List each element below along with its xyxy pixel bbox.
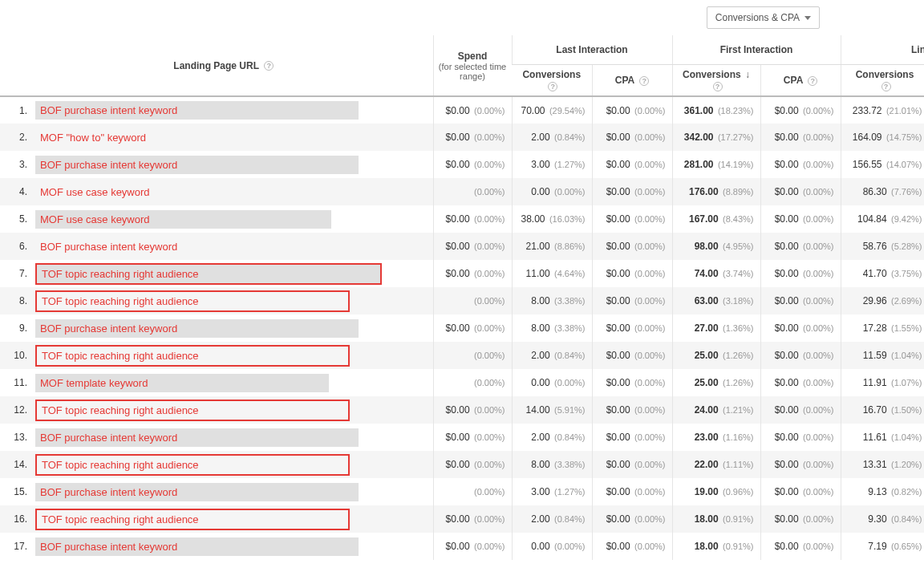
table-row[interactable]: 14.TOF topic reaching right audience$0.0… bbox=[0, 451, 924, 478]
help-icon[interactable]: ? bbox=[548, 82, 557, 91]
table-row[interactable]: 16.TOF topic reaching right audience$0.0… bbox=[0, 505, 924, 533]
landing-page-cell[interactable]: TOF topic reaching right audience bbox=[32, 287, 433, 314]
landing-page-label: BOF purchase intent keyword bbox=[35, 321, 182, 336]
linear-conv-cell: 11.91 (1.07%) bbox=[841, 369, 924, 396]
landing-page-cell[interactable]: TOF topic reaching right audience bbox=[32, 451, 433, 478]
spend-cell: (0.00%) bbox=[433, 178, 512, 205]
landing-page-cell[interactable]: BOF purchase intent keyword bbox=[32, 478, 433, 505]
fi-cpa-cell: $0.00 (0.00%) bbox=[760, 260, 841, 287]
fi-conv-cell: 74.00 (3.74%) bbox=[672, 260, 760, 287]
linear-conv-cell: 164.09 (14.75%) bbox=[841, 124, 924, 151]
table-row[interactable]: 17.BOF purchase intent keyword$0.00 (0.0… bbox=[0, 533, 924, 560]
linear-conv-cell: 11.59 (1.04%) bbox=[841, 342, 924, 369]
landing-page-cell[interactable]: MOF use case keyword bbox=[32, 178, 433, 205]
table-row[interactable]: 4.MOF use case keyword (0.00%)0.00 (0.00… bbox=[0, 178, 924, 205]
col-li-conversions[interactable]: Conversions? bbox=[512, 64, 592, 96]
li-cpa-cell: $0.00 (0.00%) bbox=[592, 314, 672, 342]
table-row[interactable]: 2.MOF "how to" keyword$0.00 (0.00%)2.00 … bbox=[0, 124, 924, 151]
attribution-table: Landing Page URL ? Spend (for selected t… bbox=[0, 35, 924, 560]
spend-cell: $0.00 (0.00%) bbox=[433, 533, 512, 560]
landing-page-cell[interactable]: TOF topic reaching right audience bbox=[32, 505, 433, 533]
fi-cpa-cell: $0.00 (0.00%) bbox=[760, 505, 841, 533]
col-linear-conversions[interactable]: Conversions? bbox=[841, 64, 924, 96]
fi-conv-cell: 342.00 (17.27%) bbox=[672, 124, 760, 151]
li-cpa-cell: $0.00 (0.00%) bbox=[592, 342, 672, 369]
landing-page-cell[interactable]: BOF purchase intent keyword bbox=[32, 314, 433, 342]
landing-page-cell[interactable]: MOF use case keyword bbox=[32, 205, 433, 233]
table-row[interactable]: 9.BOF purchase intent keyword$0.00 (0.00… bbox=[0, 314, 924, 342]
row-index: 11. bbox=[0, 369, 32, 396]
help-icon[interactable]: ? bbox=[264, 61, 274, 71]
landing-page-cell[interactable]: BOF purchase intent keyword bbox=[32, 233, 433, 260]
landing-page-label: TOF topic reaching right audience bbox=[37, 457, 204, 473]
li-conv-cell: 38.00 (16.03%) bbox=[512, 205, 592, 233]
row-index: 3. bbox=[0, 151, 32, 178]
table-row[interactable]: 7.TOF topic reaching right audience$0.00… bbox=[0, 260, 924, 287]
landing-page-label: MOF use case keyword bbox=[35, 212, 155, 227]
landing-page-cell[interactable]: MOF "how to" keyword bbox=[32, 124, 433, 151]
row-index: 15. bbox=[0, 478, 32, 505]
linear-conv-cell: 29.96 (2.69%) bbox=[841, 287, 924, 314]
table-row[interactable]: 5.MOF use case keyword$0.00 (0.00%)38.00… bbox=[0, 205, 924, 233]
table-row[interactable]: 6.BOF purchase intent keyword$0.00 (0.00… bbox=[0, 233, 924, 260]
landing-page-cell[interactable]: MOF template keyword bbox=[32, 369, 433, 396]
li-conv-cell: 2.00 (0.84%) bbox=[512, 424, 592, 451]
li-conv-cell: 8.00 (3.38%) bbox=[512, 451, 592, 478]
row-index: 13. bbox=[0, 424, 32, 451]
spend-cell: $0.00 (0.00%) bbox=[433, 260, 512, 287]
row-index: 1. bbox=[0, 96, 32, 124]
landing-page-label: TOF topic reaching right audience bbox=[37, 403, 204, 418]
landing-page-label: BOF purchase intent keyword bbox=[35, 539, 182, 554]
table-row[interactable]: 13.BOF purchase intent keyword$0.00 (0.0… bbox=[0, 424, 924, 451]
landing-page-cell[interactable]: TOF topic reaching right audience bbox=[32, 260, 433, 287]
landing-page-label: MOF template keyword bbox=[35, 375, 152, 391]
li-conv-cell: 21.00 (8.86%) bbox=[512, 233, 592, 260]
table-row[interactable]: 12.TOF topic reaching right audience$0.0… bbox=[0, 396, 924, 424]
table-row[interactable]: 15.BOF purchase intent keyword (0.00%)3.… bbox=[0, 478, 924, 505]
spend-cell: $0.00 (0.00%) bbox=[433, 205, 512, 233]
col-landing-page[interactable]: Landing Page URL ? bbox=[0, 35, 433, 96]
landing-page-cell[interactable]: BOF purchase intent keyword bbox=[32, 533, 433, 560]
col-spend[interactable]: Spend (for selected time range) bbox=[433, 35, 512, 96]
li-cpa-cell: $0.00 (0.00%) bbox=[592, 124, 672, 151]
sort-descending-icon: ↓ bbox=[745, 69, 750, 80]
spend-cell: $0.00 (0.00%) bbox=[433, 96, 512, 124]
fi-cpa-cell: $0.00 (0.00%) bbox=[760, 342, 841, 369]
li-cpa-cell: $0.00 (0.00%) bbox=[592, 151, 672, 178]
help-icon[interactable]: ? bbox=[713, 82, 723, 91]
metric-dropdown[interactable]: Conversions & CPA bbox=[707, 6, 820, 29]
landing-page-cell[interactable]: BOF purchase intent keyword bbox=[32, 96, 433, 124]
row-index: 16. bbox=[0, 505, 32, 533]
table-row[interactable]: 11.MOF template keyword (0.00%)0.00 (0.0… bbox=[0, 369, 924, 396]
linear-conv-cell: 17.28 (1.55%) bbox=[841, 314, 924, 342]
landing-page-cell[interactable]: TOF topic reaching right audience bbox=[32, 342, 433, 369]
table-row[interactable]: 8.TOF topic reaching right audience (0.0… bbox=[0, 287, 924, 314]
fi-conv-cell: 18.00 (0.91%) bbox=[672, 505, 760, 533]
landing-page-label: BOF purchase intent keyword bbox=[35, 430, 182, 445]
table-row[interactable]: 1.BOF purchase intent keyword$0.00 (0.00… bbox=[0, 96, 924, 124]
col-fi-conversions[interactable]: Conversions ↓? bbox=[672, 64, 760, 96]
li-conv-cell: 14.00 (5.91%) bbox=[512, 396, 592, 424]
li-cpa-cell: $0.00 (0.00%) bbox=[592, 478, 672, 505]
col-li-cpa[interactable]: CPA ? bbox=[592, 64, 672, 96]
table-row[interactable]: 10.TOF topic reaching right audience (0.… bbox=[0, 342, 924, 369]
fi-conv-cell: 22.00 (1.11%) bbox=[672, 451, 760, 478]
linear-conv-cell: 104.84 (9.42%) bbox=[841, 205, 924, 233]
landing-page-cell[interactable]: TOF topic reaching right audience bbox=[32, 396, 433, 424]
help-icon[interactable]: ? bbox=[808, 76, 817, 86]
landing-page-label: TOF topic reaching right audience bbox=[37, 348, 204, 363]
landing-page-label: BOF purchase intent keyword bbox=[35, 485, 182, 500]
li-cpa-cell: $0.00 (0.00%) bbox=[592, 287, 672, 314]
help-icon[interactable]: ? bbox=[639, 76, 649, 86]
landing-page-cell[interactable]: BOF purchase intent keyword bbox=[32, 424, 433, 451]
table-row[interactable]: 3.BOF purchase intent keyword$0.00 (0.00… bbox=[0, 151, 924, 178]
landing-page-cell[interactable]: BOF purchase intent keyword bbox=[32, 151, 433, 178]
help-icon[interactable]: ? bbox=[881, 82, 891, 91]
fi-cpa-cell: $0.00 (0.00%) bbox=[760, 451, 841, 478]
spend-cell: (0.00%) bbox=[433, 287, 512, 314]
col-fi-cpa[interactable]: CPA ? bbox=[760, 64, 841, 96]
spend-cell: (0.00%) bbox=[433, 478, 512, 505]
row-index: 10. bbox=[0, 342, 32, 369]
li-conv-cell: 8.00 (3.38%) bbox=[512, 287, 592, 314]
landing-page-label: BOF purchase intent keyword bbox=[35, 103, 182, 118]
